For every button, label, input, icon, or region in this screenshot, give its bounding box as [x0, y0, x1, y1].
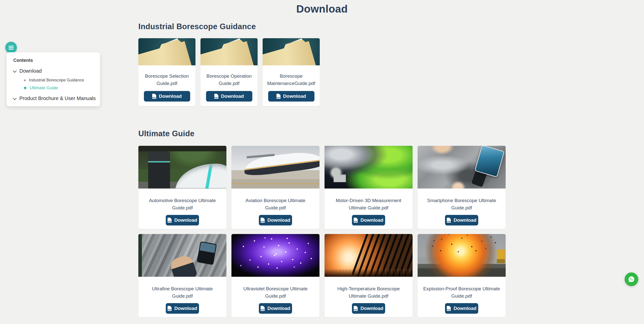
card-filename: Explosion-Proof Borescope Ultimate Guide…	[418, 285, 506, 300]
download-button[interactable]: PDF Download	[166, 215, 199, 225]
download-button[interactable]: PDF Download	[268, 91, 314, 102]
download-card: Borescope Selection Guide.pdf PDF Downlo…	[138, 38, 195, 106]
pdf-file-icon: PDF	[447, 218, 451, 223]
bullet-icon	[24, 87, 26, 89]
card-filename: Borescope Selection Guide.pdf	[138, 72, 195, 87]
whatsapp-button[interactable]	[625, 272, 638, 286]
download-button-label: Download	[360, 306, 383, 311]
section-ultimate-guide: Ultimate Guide Automotive Borescope Ulti…	[138, 129, 506, 317]
card-filename: High-Temperature Borescope Ultimate Guid…	[325, 285, 413, 300]
card-grid: Borescope Selection Guide.pdf PDF Downlo…	[138, 38, 506, 106]
contents-menu-button[interactable]	[5, 42, 17, 53]
download-button[interactable]: PDF Download	[166, 303, 199, 314]
section-heading: Ultimate Guide	[138, 129, 506, 138]
download-button[interactable]: PDF Download	[445, 215, 478, 225]
bullet-icon	[24, 79, 26, 81]
download-button[interactable]: PDF Download	[259, 215, 292, 225]
download-card: Smartphone Borescope Ultimate Guide.pdf …	[418, 146, 506, 229]
card-filename: Ultrafine Borescope Ultimate Guide.pdf	[138, 285, 226, 300]
pdf-file-icon: PDF	[168, 306, 172, 311]
download-button-label: Download	[221, 94, 244, 99]
pdf-file-icon: PDF	[354, 218, 358, 223]
download-button[interactable]: PDF Download	[352, 215, 385, 225]
card-grid: Automotive Borescope Ultimate Guide.pdf …	[138, 146, 506, 317]
toc-sub-item-label: Ultimate Guide	[30, 85, 58, 90]
main-content: Industrial Borescope Guidance Borescope …	[138, 22, 506, 317]
pdf-file-icon: PDF	[261, 306, 265, 311]
download-button[interactable]: PDF Download	[445, 303, 478, 314]
download-button-label: Download	[267, 217, 290, 223]
pdf-file-icon: PDF	[168, 218, 172, 223]
card-thumbnail-ultrafine	[138, 234, 226, 277]
download-card: High-Temperature Borescope Ultimate Guid…	[325, 234, 413, 317]
card-thumbnail-high-temperature	[325, 234, 413, 277]
card-filename: Motor-Driven 3D Measurement Ultimate Gui…	[325, 197, 413, 211]
card-thumbnail-3d-measurement	[325, 146, 413, 189]
card-thumbnail-folder	[263, 38, 320, 65]
download-button-label: Download	[174, 217, 197, 223]
download-card: Motor-Driven 3D Measurement Ultimate Gui…	[325, 146, 413, 229]
card-thumbnail-ultraviolet	[231, 234, 319, 277]
download-button[interactable]: PDF Download	[144, 91, 190, 102]
download-button[interactable]: PDF Download	[206, 91, 252, 102]
whatsapp-icon	[627, 275, 635, 283]
toc-item-label: Download	[19, 68, 42, 74]
toc-item-product-brochure-user-manuals[interactable]: Product Brochure & User Manuals	[11, 96, 96, 101]
card-thumbnail-aviation	[231, 146, 319, 189]
card-filename: Borescope MaintenanceGuide.pdf	[263, 72, 320, 87]
download-card: Borescope MaintenanceGuide.pdf PDF Downl…	[263, 38, 320, 106]
toc-item-download[interactable]: Download	[11, 68, 96, 74]
pdf-file-icon: PDF	[447, 306, 451, 311]
download-button-label: Download	[174, 306, 197, 311]
pdf-file-icon: PDF	[276, 94, 280, 99]
page-header: Download	[0, 0, 644, 15]
contents-panel: Contents Download Industrial Borescope G…	[7, 52, 100, 106]
chevron-down-icon	[13, 69, 17, 73]
card-thumbnail-folder	[138, 38, 195, 65]
card-thumbnail-explosion-proof	[418, 234, 506, 277]
chevron-down-icon	[13, 96, 17, 100]
download-card: Automotive Borescope Ultimate Guide.pdf …	[138, 146, 226, 229]
download-button-label: Download	[159, 94, 182, 99]
hamburger-menu-icon	[9, 47, 14, 48]
pdf-file-icon: PDF	[354, 306, 358, 311]
card-thumbnail-automotive	[138, 146, 226, 189]
download-button-label: Download	[454, 217, 476, 223]
card-thumbnail-folder	[200, 38, 258, 65]
section-industrial-borescope-guidance: Industrial Borescope Guidance Borescope …	[138, 22, 506, 106]
card-filename: Ultraviolet Borescope Ultimate Guide.pdf	[231, 285, 319, 300]
download-card: Borescope Operation Guide.pdf PDF Downlo…	[200, 38, 258, 106]
pdf-file-icon: PDF	[261, 218, 265, 223]
download-button[interactable]: PDF Download	[259, 303, 292, 314]
download-card: Ultraviolet Borescope Ultimate Guide.pdf…	[231, 234, 319, 317]
download-button-label: Download	[267, 306, 290, 311]
download-card: Ultrafine Borescope Ultimate Guide.pdf P…	[138, 234, 226, 317]
card-filename: Smartphone Borescope Ultimate Guide.pdf	[418, 197, 506, 211]
download-button-label: Download	[360, 217, 383, 223]
download-card: Explosion-Proof Borescope Ultimate Guide…	[418, 234, 506, 317]
contents-panel-title: Contents	[13, 58, 96, 63]
toc-sub-item-industrial-borescope-guidance[interactable]: Industrial Borescope Guidance	[24, 78, 96, 82]
download-button-label: Download	[454, 306, 476, 311]
download-button[interactable]: PDF Download	[352, 303, 385, 314]
card-filename: Aviation Borescope Ultimate Guide.pdf	[231, 197, 319, 211]
download-card: Aviation Borescope Ultimate Guide.pdf PD…	[231, 146, 319, 229]
pdf-file-icon: PDF	[152, 94, 156, 99]
pdf-file-icon: PDF	[214, 94, 218, 99]
toc-sub-item-label: Industrial Borescope Guidance	[29, 78, 84, 82]
toc-sub-item-ultimate-guide[interactable]: Ultimate Guide	[24, 85, 96, 90]
page-title: Download	[0, 3, 644, 15]
section-heading: Industrial Borescope Guidance	[138, 22, 506, 31]
card-filename: Borescope Operation Guide.pdf	[200, 72, 258, 87]
toc-item-label: Product Brochure & User Manuals	[19, 96, 96, 101]
download-button-label: Download	[283, 94, 306, 99]
card-filename: Automotive Borescope Ultimate Guide.pdf	[138, 197, 226, 211]
card-thumbnail-smartphone	[418, 146, 506, 189]
